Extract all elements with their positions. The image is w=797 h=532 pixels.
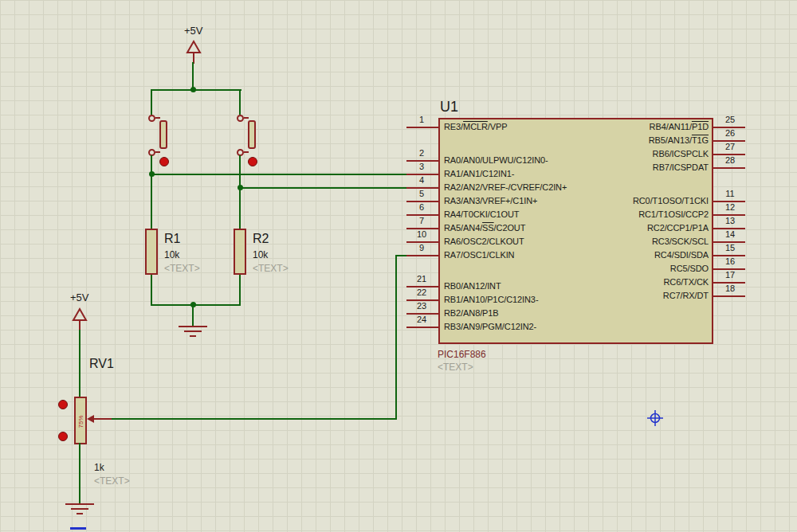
pot-decrease-dot[interactable] [58,432,68,441]
button-terminal[interactable] [237,115,244,122]
component-text-placeholder: <TEXT> [164,263,200,274]
pin-label: RC5/SDO [670,264,709,273]
component-value: 1k [94,462,104,473]
pin-label: RA5/AN4/SS/C2OUT [444,223,525,233]
pin-label: RA0/AN0/ULPWU/C12IN0- [444,155,548,165]
pot-increase-dot[interactable] [58,400,68,409]
junction-dot [238,185,243,190]
pin-number: 1 [405,115,438,124]
wire[interactable] [151,275,152,305]
pin-number: 14 [713,229,747,239]
pin-label: RA3/AN3/VREF+/C1IN+ [444,196,537,205]
button-link [244,117,249,119]
component-ref: R2 [253,232,269,246]
wire[interactable] [151,174,408,175]
component-text-placeholder: <TEXT> [94,475,130,487]
pin-label: RC6/TX/CK [663,277,709,287]
sheet-border-mark [70,527,86,530]
pin-label: RB2/AN8/P1B [444,308,499,318]
component-ref: R1 [164,232,180,246]
chip-text-placeholder: <TEXT> [438,362,473,373]
pin-number: 17 [713,270,747,280]
button-actuator-dot[interactable] [159,157,169,166]
junction-dot [149,171,155,177]
pin-number: 6 [405,202,438,212]
pin-number: 24 [405,315,438,324]
pin-stub [406,255,438,256]
pin-label: RC0/T1OSO/T1CKI [633,196,709,205]
pin-stub [406,127,438,128]
pin-label: RC3/SCK/SCL [652,237,709,246]
pin-label: RC4/SDI/SDA [654,250,709,260]
component-value: 10k [164,249,179,260]
pin-number: 7 [405,216,438,225]
wire[interactable] [239,90,241,115]
wire[interactable] [151,90,152,115]
wire[interactable] [395,255,397,420]
pin-number: 28 [713,155,747,165]
component-text-placeholder: <TEXT> [253,263,289,274]
pin-number: 11 [713,189,747,198]
schematic-canvas[interactable]: +5V R1 10k <TEXT> R2 10k <TEXT> +5V [0,0,797,532]
pot-wiper-arrow [87,415,94,423]
pin-number: 21 [405,274,438,284]
potentiometer-percent: 75% [77,413,84,432]
pin-label: RC7/RX/DT [663,291,709,300]
pin-label: RE3/MCLR/VPP [444,122,508,131]
button-actuator-dot[interactable] [248,157,257,166]
pin-number: 18 [713,284,747,293]
pin-label: RA2/AN2/VREF-/CVREF/C2IN+ [444,182,567,192]
wire[interactable] [239,275,241,305]
button-link [244,151,249,153]
pin-label: RC2/CCP1/P1A [647,223,709,233]
pin-label: RA6/OSC2/CLKOUT [444,237,524,246]
pin-number: 9 [405,243,438,252]
origin-crosshair-icon [646,409,665,428]
component-ref: RV1 [89,357,114,371]
pin-label: RB7/ICSPDAT [653,162,709,172]
pin-number: 25 [713,115,747,124]
ground-symbol [179,326,207,327]
pin-stub [406,327,438,328]
wire[interactable] [79,330,80,397]
wire[interactable] [192,305,194,326]
component-value: 10k [253,249,268,260]
wire[interactable] [239,155,241,229]
chip-part-number: PIC16F886 [438,349,486,360]
pin-number: 13 [713,216,747,225]
pin-label: RB3/AN9/PGM/C12IN2- [444,322,536,331]
pin-label: RA7/OSC1/CLKIN [444,250,514,260]
push-button[interactable] [248,120,256,149]
pin-number: 23 [405,301,438,311]
pin-label: RA1/AN1/C12IN1- [444,169,514,178]
pin-number: 26 [713,128,747,138]
chip-ref: U1 [440,99,458,115]
pin-number: 2 [405,148,438,158]
resistor-r2[interactable] [234,229,246,275]
potentiometer-body[interactable]: 75% [74,397,87,444]
pot-wiper-lead [94,418,112,420]
pin-label: RB5/AN13/T1G [649,135,709,145]
button-link [155,117,160,119]
pin-label: RC1/T1OSI/CCP2 [638,209,709,219]
ground-symbol [71,508,88,510]
wire[interactable] [151,89,241,91]
junction-dot [190,87,196,92]
wire[interactable] [112,418,397,420]
pin-number: 4 [405,175,438,185]
ground-symbol [65,503,94,505]
resistor-r1[interactable] [145,229,158,275]
pin-number: 5 [405,189,438,198]
wire[interactable] [79,443,80,503]
pin-number: 10 [405,229,438,239]
pin-label: RA4/T0CKI/C1OUT [444,209,519,219]
wire[interactable] [239,187,408,189]
pin-number: 16 [713,256,747,266]
button-terminal[interactable] [148,115,155,122]
pin-label: RB0/AN12/INT [444,281,501,291]
push-button[interactable] [159,120,167,149]
pin-stub [713,295,745,297]
pin-stub [713,167,745,169]
pin-label: RB1/AN10/P1C/C12IN3- [444,295,538,304]
wire[interactable] [151,155,152,229]
